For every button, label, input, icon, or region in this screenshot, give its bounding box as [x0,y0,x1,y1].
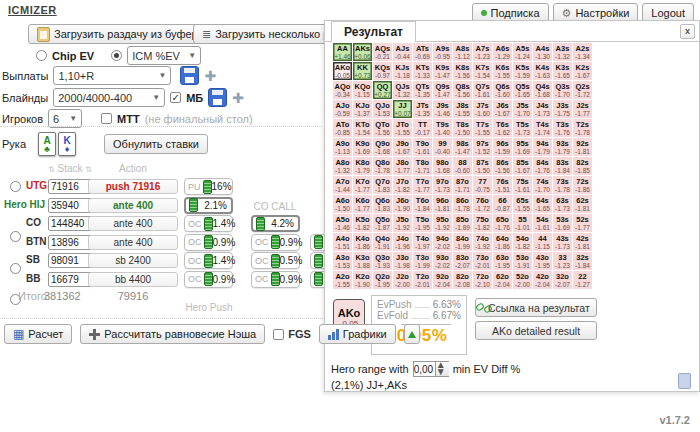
matrix-cell-J3s[interactable]: J3s-1.75 [553,100,572,118]
matrix-cell-Q5o[interactable]: Q5o-1.87 [373,214,392,232]
detailed-result-button[interactable]: AKo detailed result [475,321,597,340]
matrix-cell-63s[interactable]: 63s-1.73 [553,195,572,213]
matrix-cell-77[interactable]: 77-0.75 [473,176,492,194]
calc-button[interactable]: ▦ Расчет [4,324,72,344]
matrix-cell-Q9s[interactable]: Q9s-1.47 [433,81,452,99]
percent-box[interactable]: OC0.9% [184,234,233,251]
percent-box[interactable]: 2.1% [184,197,233,214]
matrix-cell-J7s[interactable]: J7s-1.60 [473,100,492,118]
matrix-cell-J8s[interactable]: J8s-1.55 [453,100,472,118]
save-blinds-icon[interactable] [208,88,227,107]
matrix-cell-A6s[interactable]: A6s-1.29 [493,43,512,61]
matrix-cell-T2s[interactable]: T2s-1.78 [573,119,592,137]
matrix-cell-85o[interactable]: 85o-1.89 [453,214,472,232]
stack-input[interactable] [48,179,92,194]
matrix-cell-63o[interactable]: 63o-1.95 [493,252,512,270]
matrix-cell-K4s[interactable]: K4s-1.63 [533,62,552,80]
matrix-cell-K7s[interactable]: K7s-1.54 [473,62,492,80]
icm-ev-radio[interactable] [111,50,122,61]
matrix-cell-75s[interactable]: 75s-1.61 [513,176,532,194]
chip-ev-radio[interactable] [36,50,47,61]
add-payouts-icon[interactable]: ✚ [204,69,216,83]
matrix-cell-QJs[interactable]: QJs-1.32 [393,81,412,99]
matrix-cell-32s[interactable]: 32s-1.84 [573,252,592,270]
matrix-cell-A3o[interactable]: A3o-1.53 [333,252,352,270]
matrix-cell-43s[interactable]: 43s-1.73 [553,233,572,251]
matrix-cell-J5s[interactable]: J5s-1.70 [513,100,532,118]
matrix-cell-98s[interactable]: 98s-1.47 [453,138,472,156]
matrix-cell-A4o[interactable]: A4o-1.51 [333,233,352,251]
matrix-cell-65s[interactable]: 65s-1.55 [513,195,532,213]
matrix-cell-KK[interactable]: KK+0.73 [353,62,372,80]
matrix-cell-96o[interactable]: 96o-1.81 [433,195,452,213]
matrix-cell-66[interactable]: 66-0.87 [493,195,512,213]
matrix-cell-J2s[interactable]: J2s-1.77 [573,100,592,118]
matrix-cell-T7o[interactable]: T7o-1.77 [413,176,432,194]
matrix-cell-A7s[interactable]: A7s-1.23 [473,43,492,61]
matrix-cell-JTs[interactable]: JTs-1.35 [413,100,432,118]
matrix-cell-Q4s[interactable]: Q4s-1.68 [533,81,552,99]
matrix-cell-97s[interactable]: 97s-1.52 [473,138,492,156]
matrix-cell-Q3o[interactable]: Q3o-1.93 [373,252,392,270]
matrix-cell-94o[interactable]: 94o-2.02 [433,233,452,251]
matrix-cell-64s[interactable]: 64s-1.65 [533,195,552,213]
matrix-cell-J7o[interactable]: J7o-1.82 [393,176,412,194]
matrix-cell-QQ[interactable]: QQ+0.27 [373,81,392,99]
matrix-cell-Q2o[interactable]: Q2o-1.95 [373,271,392,289]
percent-box[interactable]: OC1.4% [184,252,233,269]
matrix-cell-QTs[interactable]: QTs-1.35 [413,81,432,99]
matrix-cell-A8o[interactable]: A8o-1.32 [333,157,352,175]
matrix-cell-53o[interactable]: 53o-1.91 [513,252,532,270]
matrix-cell-Q8s[interactable]: Q8s-1.56 [453,81,472,99]
matrix-cell-55[interactable]: 55-1.01 [513,214,532,232]
matrix-cell-AA[interactable]: AA+1.46 [333,43,352,61]
matrix-cell-54o[interactable]: 54o-1.82 [513,233,532,251]
matrix-cell-53s[interactable]: 53s-1.69 [553,214,572,232]
matrix-cell-Q7s[interactable]: Q7s-1.61 [473,81,492,99]
matrix-cell-KTs[interactable]: KTs-1.33 [413,62,432,80]
matrix-cell-T4o[interactable]: T4o-1.97 [413,233,432,251]
matrix-cell-87s[interactable]: 87s-1.50 [473,157,492,175]
matrix-cell-T6s[interactable]: T6s-1.62 [493,119,512,137]
matrix-cell-T4s[interactable]: T4s-1.74 [533,119,552,137]
matrix-cell-93s[interactable]: 93s-1.79 [553,138,572,156]
matrix-cell-QJo[interactable]: QJo-1.53 [373,100,392,118]
matrix-cell-43o[interactable]: 43o-1.95 [533,252,552,270]
matrix-cell-82s[interactable]: 82s-1.85 [573,157,592,175]
matrix-cell-T5o[interactable]: T5o-1.95 [413,214,432,232]
matrix-cell-JJ[interactable]: JJ+0.07 [393,100,412,118]
matrix-cell-Q6o[interactable]: Q6o-1.83 [373,195,392,213]
player-radio[interactable] [10,181,21,192]
matrix-cell-Q9o[interactable]: Q9o-1.68 [373,138,392,156]
matrix-cell-95o[interactable]: 95o-1.92 [433,214,452,232]
matrix-cell-K2o[interactable]: K2o-1.90 [353,271,372,289]
percent-box[interactable]: PU16% [184,178,233,195]
matrix-cell-A5s[interactable]: A5s-1.24 [513,43,532,61]
copy-range-icon[interactable] [678,373,691,389]
matrix-cell-AQs[interactable]: AQs-0.21 [373,43,392,61]
player-radio[interactable] [10,231,21,242]
spinner-icon[interactable]: ▲▼ [435,362,449,376]
matrix-cell-K5o[interactable]: K5o-1.82 [353,214,372,232]
matrix-cell-T8s[interactable]: T8s-1.50 [453,119,472,137]
matrix-cell-K9s[interactable]: K9s-1.47 [433,62,452,80]
matrix-cell-K5s[interactable]: K5s-1.59 [513,62,532,80]
matrix-cell-94s[interactable]: 94s-1.79 [533,138,552,156]
tab-result[interactable]: Результат [331,21,416,42]
matrix-cell-KQo[interactable]: KQo-1.15 [353,81,372,99]
stack-input[interactable] [48,216,92,231]
matrix-cell-T3s[interactable]: T3s-1.76 [553,119,572,137]
matrix-cell-T2o[interactable]: T2o-2.01 [413,271,432,289]
matrix-cell-44[interactable]: 44-1.15 [533,233,552,251]
matrix-cell-AKs[interactable]: AKs+0.06 [353,43,372,61]
matrix-cell-88[interactable]: 88-0.60 [453,157,472,175]
matrix-cell-84s[interactable]: 84s-1.76 [533,157,552,175]
matrix-cell-A5o[interactable]: A5o-1.46 [333,214,352,232]
hole-cards[interactable]: A♣K♦ [38,132,76,156]
matrix-cell-T9o[interactable]: T9o-1.61 [413,138,432,156]
matrix-cell-Q2s[interactable]: Q2s-1.72 [573,81,592,99]
percent-box[interactable]: OC0.9% [184,271,233,288]
matrix-cell-K4o[interactable]: K4o-1.86 [353,233,372,251]
matrix-cell-K6o[interactable]: K6o-1.77 [353,195,372,213]
matrix-cell-Q6s[interactable]: Q6s-1.60 [493,81,512,99]
